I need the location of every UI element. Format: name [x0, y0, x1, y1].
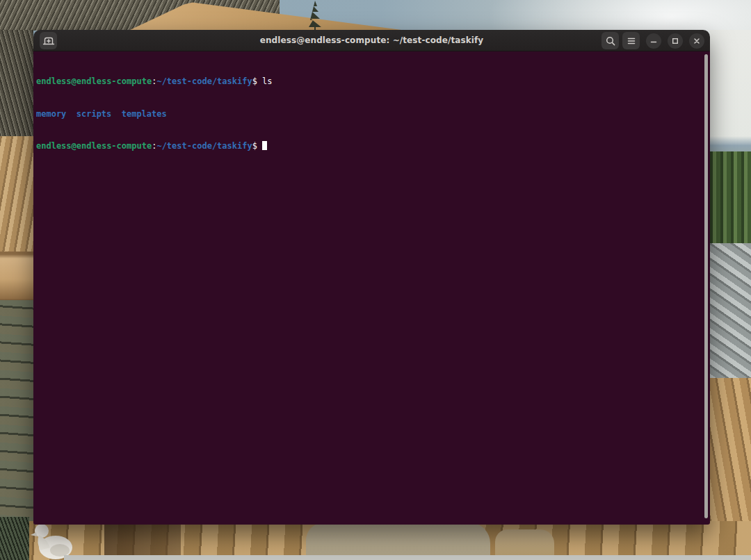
minimize-button[interactable]	[646, 33, 661, 49]
menu-button[interactable]	[622, 32, 640, 49]
wallpaper-left-shingles	[0, 300, 33, 525]
new-tab-button[interactable]	[40, 32, 57, 49]
wallpaper-twigs-left	[0, 30, 33, 138]
prompt-user-host: endless@endless-compute	[36, 76, 152, 86]
prompt-symbol: $	[252, 141, 257, 151]
prompt-symbol: $	[252, 76, 257, 86]
wallpaper-right-wood	[710, 378, 751, 525]
wallpaper-left-planks	[0, 136, 33, 253]
directory-entry: scripts	[76, 109, 112, 119]
wallpaper-pine-tree	[305, 1, 325, 30]
minimize-icon	[649, 36, 659, 46]
titlebar[interactable]: endless@endless-compute: ~/test-code/tas…	[33, 30, 710, 51]
terminal-window[interactable]: endless@endless-compute: ~/test-code/tas…	[33, 30, 710, 525]
terminal-content[interactable]: endless@endless-compute:~/test-code/task…	[33, 51, 710, 525]
terminal-scrollbar[interactable]	[704, 54, 708, 518]
wallpaper-bottom-dark-wood	[104, 522, 181, 560]
terminal-line-command: endless@endless-compute:~/test-code/task…	[36, 76, 700, 88]
directory-entry: memory	[36, 109, 66, 119]
close-icon	[692, 36, 702, 46]
new-tab-icon	[42, 35, 55, 47]
close-button[interactable]	[689, 33, 704, 49]
prompt-path: ~/test-code/taskify	[156, 76, 252, 86]
wallpaper-right-trees	[710, 151, 751, 247]
terminal-line-output: memoryscriptstemplates	[36, 109, 700, 120]
maximize-button[interactable]	[668, 33, 683, 49]
hamburger-menu-icon	[626, 35, 637, 47]
wallpaper-right-rocks	[710, 243, 751, 382]
directory-entry: templates	[122, 109, 167, 119]
wallpaper-bottom-strip	[64, 555, 751, 560]
typed-command: ls	[257, 76, 273, 86]
maximize-icon	[670, 36, 680, 46]
search-icon	[605, 35, 616, 47]
prompt-user-host: endless@endless-compute	[36, 141, 152, 151]
terminal-cursor	[262, 141, 267, 150]
search-button[interactable]	[601, 32, 619, 49]
wallpaper-right-sky	[710, 30, 751, 145]
wallpaper-bottom-stone	[306, 522, 490, 560]
wallpaper-bird-carving	[29, 518, 79, 560]
prompt-path: ~/test-code/taskify	[156, 141, 252, 151]
terminal-line-prompt: endless@endless-compute:~/test-code/task…	[36, 141, 700, 152]
wallpaper-plant	[0, 517, 29, 560]
wallpaper-left-log	[0, 252, 33, 302]
